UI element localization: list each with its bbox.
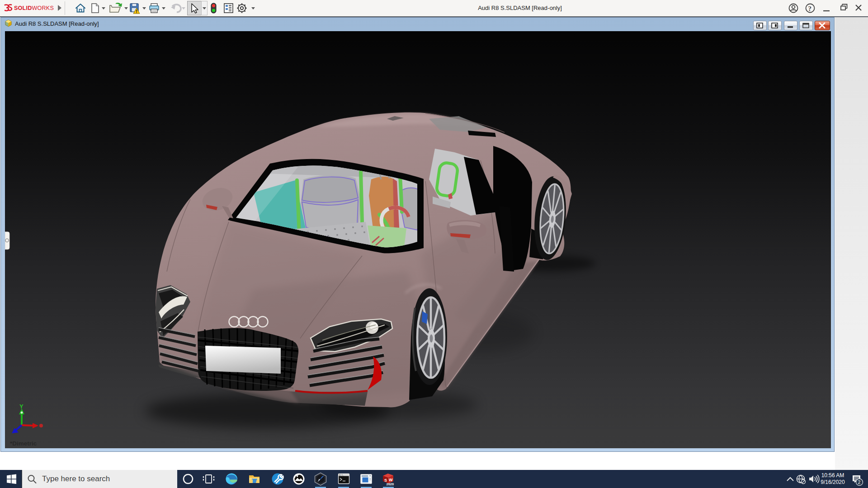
svg-text:Y: Y [19,403,24,410]
svg-text:?: ? [808,5,812,12]
svg-text:SOLIDWORKS: SOLIDWORKS [14,5,54,11]
svg-text:2020: 2020 [387,482,394,486]
svg-text:C:\_: C:\_ [340,474,344,476]
svg-text:W: W [389,478,393,482]
svg-text:2: 2 [858,479,861,485]
